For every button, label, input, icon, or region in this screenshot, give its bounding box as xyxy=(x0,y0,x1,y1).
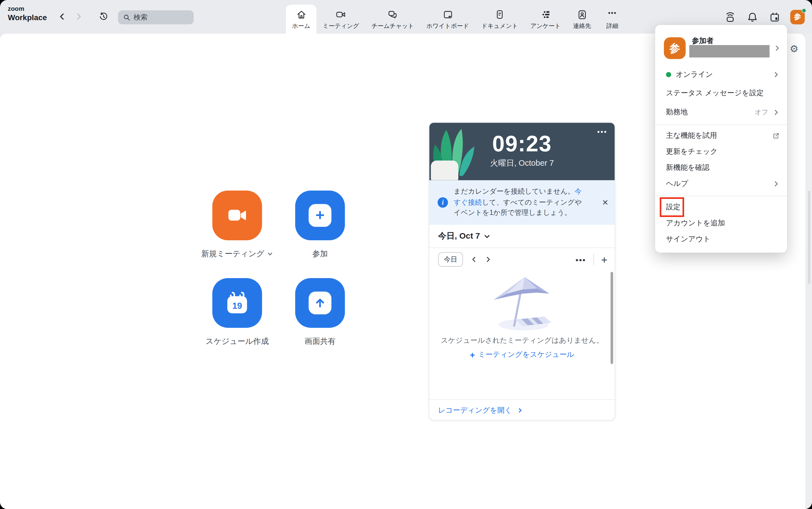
meetings-panel: ••• 09:23 火曜日, October 7 i まだカレンダーを接続してい… xyxy=(429,122,615,420)
next-day-button[interactable] xyxy=(485,256,492,263)
menu-item-check-updates[interactable]: 更新をチェック xyxy=(655,144,787,159)
chevron-right-icon xyxy=(773,71,780,78)
menu-divider xyxy=(655,124,787,125)
tab-label: 連絡先 xyxy=(573,22,591,30)
tab-more[interactable]: 詳細 xyxy=(598,5,628,34)
beach-umbrella-illustration xyxy=(483,274,561,332)
share-screen-tile[interactable] xyxy=(295,278,345,328)
chevron-right-icon xyxy=(773,180,780,188)
history-button[interactable] xyxy=(97,10,110,24)
date-header[interactable]: 今日, Oct 7 xyxy=(429,225,614,248)
tab-surveys[interactable]: アンケート xyxy=(524,5,567,34)
tab-whiteboard[interactable]: ホワイトボード xyxy=(420,5,475,34)
share-screen-button[interactable]: 画面共有 xyxy=(295,278,345,347)
zoom-workplace-window: zoom Workplace 検索 xyxy=(0,0,812,509)
window-scrollbar-track[interactable] xyxy=(805,34,812,509)
add-event-button[interactable]: + xyxy=(601,254,607,265)
calendar-icon xyxy=(769,10,781,23)
info-icon: i xyxy=(438,197,448,208)
schedule-button[interactable]: 19 スケジュール作成 xyxy=(212,278,262,347)
external-link-icon xyxy=(772,132,780,139)
user-menu-dropdown: 参 参加者 オンライン ステータス メッセージを設定 勤務地 オフ 主な機能を試… xyxy=(655,25,787,253)
main-nav-tabs: ホーム ミーティング チームチャット ホワイトボード xyxy=(286,0,627,34)
search-icon xyxy=(123,13,130,21)
search-input[interactable]: 検索 xyxy=(118,10,194,25)
chevron-down-icon xyxy=(267,251,273,257)
meetings-list: スケジュールされたミーティングはありません。 + ミーティングをスケジュール xyxy=(429,271,614,399)
bell-icon xyxy=(746,10,759,23)
schedule-tile[interactable]: 19 xyxy=(212,278,262,328)
new-meeting-button[interactable]: 新規ミーティング xyxy=(212,191,262,259)
menu-item-set-status-message[interactable]: ステータス メッセージを設定 xyxy=(655,86,787,101)
menu-item-sign-out[interactable]: サインアウト xyxy=(655,231,787,247)
calendar-button[interactable] xyxy=(768,10,782,24)
video-camera-icon xyxy=(335,9,347,20)
back-button[interactable] xyxy=(56,10,68,23)
chat-bubbles-icon xyxy=(387,9,399,20)
chevron-right-icon xyxy=(773,109,780,116)
divider xyxy=(593,254,594,265)
panel-footer: レコーディングを開く xyxy=(429,399,614,420)
tab-label: 詳細 xyxy=(606,22,618,30)
clock-more-button[interactable]: ••• xyxy=(598,128,608,136)
notifications-button[interactable] xyxy=(746,10,759,24)
avatar-initial: 参 xyxy=(794,12,801,22)
menu-user-name: 参加者 xyxy=(692,36,714,45)
device-connect-icon xyxy=(724,10,736,23)
clock-card: ••• 09:23 火曜日, October 7 xyxy=(429,123,614,180)
connect-device-button[interactable] xyxy=(723,10,737,24)
tab-contacts[interactable]: 連絡先 xyxy=(567,5,598,34)
calendar-more-button[interactable]: ••• xyxy=(576,255,586,264)
tab-meetings[interactable]: ミーティング xyxy=(316,5,365,34)
quick-actions: 新規ミーティング + 参加 19 xyxy=(212,191,370,346)
plant-illustration xyxy=(429,126,477,180)
menu-item-status[interactable]: オンライン xyxy=(655,67,787,82)
online-dot-icon xyxy=(666,72,671,77)
calendar-19-icon: 19 xyxy=(225,291,250,315)
tab-label: ホーム xyxy=(292,22,310,30)
banner-close-button[interactable]: ✕ xyxy=(602,198,609,207)
quick-action-label: 参加 xyxy=(312,249,328,259)
whiteboard-icon xyxy=(442,9,453,20)
svg-text:19: 19 xyxy=(232,301,242,311)
work-location-value: オフ xyxy=(755,108,769,117)
tab-docs[interactable]: ドキュメント xyxy=(475,5,524,34)
menu-item-work-location[interactable]: 勤務地 オフ xyxy=(655,105,787,120)
redacted-user-email xyxy=(689,45,770,58)
new-meeting-tile[interactable] xyxy=(212,191,262,240)
chevron-down-icon xyxy=(484,233,490,239)
share-screen-arrow-icon xyxy=(309,292,332,314)
open-recordings-link[interactable]: レコーディングを開く xyxy=(438,406,512,415)
menu-item-settings[interactable]: 設定 xyxy=(655,199,787,215)
schedule-meeting-link[interactable]: + ミーティングをスケジュール xyxy=(470,350,574,360)
profile-avatar-button[interactable]: 参 xyxy=(790,10,805,24)
join-tile[interactable]: + xyxy=(295,191,345,240)
window-scrollbar-thumb[interactable] xyxy=(808,191,810,284)
home-icon xyxy=(296,9,307,20)
quick-action-label: 画面共有 xyxy=(305,337,336,347)
menu-avatar: 参 xyxy=(664,37,686,59)
plus-icon: + xyxy=(470,350,475,359)
menu-item-add-account[interactable]: アカウントを追加 xyxy=(655,215,787,231)
chevron-left-icon xyxy=(58,12,67,21)
survey-icon xyxy=(540,9,551,20)
contacts-icon xyxy=(576,9,588,20)
tab-team-chat[interactable]: チームチャット xyxy=(365,5,420,34)
forward-button[interactable] xyxy=(73,10,85,23)
history-icon xyxy=(98,11,109,22)
join-button[interactable]: + 参加 xyxy=(295,191,345,259)
chevron-right-icon xyxy=(517,408,523,413)
app-logo: zoom Workplace xyxy=(8,6,47,22)
menu-item-whats-new[interactable]: 新機能を確認 xyxy=(655,160,787,175)
settings-gear-icon[interactable]: ⚙ xyxy=(790,44,799,54)
calendar-toolbar: 今日 ••• + xyxy=(429,248,614,271)
date-header-label: 今日, Oct 7 xyxy=(438,231,480,241)
menu-item-help[interactable]: ヘルプ xyxy=(655,176,787,192)
today-button[interactable]: 今日 xyxy=(438,252,463,267)
tab-home[interactable]: ホーム xyxy=(286,5,316,34)
tab-label: ミーティング xyxy=(323,22,359,30)
menu-item-try-features[interactable]: 主な機能を試用 xyxy=(655,128,787,143)
panel-scrollbar-thumb[interactable] xyxy=(611,272,613,364)
prev-day-button[interactable] xyxy=(470,256,477,263)
search-placeholder: 検索 xyxy=(134,13,148,22)
